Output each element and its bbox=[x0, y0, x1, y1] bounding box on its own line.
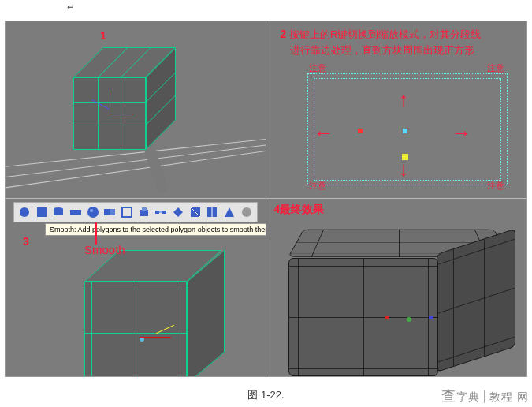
svg-rect-9 bbox=[122, 207, 132, 217]
svg-rect-4 bbox=[70, 210, 81, 215]
step-3-label: 3 bbox=[23, 235, 29, 248]
svg-rect-13 bbox=[162, 211, 166, 214]
pivot-gizmo[interactable] bbox=[140, 337, 143, 340]
svg-rect-1 bbox=[37, 207, 47, 217]
smooth-tooltip: Smooth: Add polygons to the selected pol… bbox=[45, 223, 266, 236]
arrow-left-icon: ← bbox=[314, 121, 334, 145]
tool-bridge-icon[interactable] bbox=[153, 204, 169, 220]
note-bl: 注意 bbox=[309, 180, 326, 192]
tool-poke-icon[interactable] bbox=[221, 204, 237, 220]
note-br: 注意 bbox=[487, 180, 504, 192]
tool-sculpt-icon[interactable] bbox=[239, 204, 255, 220]
tool-combine-icon[interactable] bbox=[102, 204, 117, 220]
step-1-label: 1 bbox=[100, 29, 106, 42]
svg-rect-8 bbox=[110, 209, 115, 215]
axis-y[interactable] bbox=[110, 90, 110, 114]
instruction-line1: 按键上的R键切换到缩放模式，对其分段线 bbox=[289, 28, 481, 40]
tool-split-icon[interactable] bbox=[188, 204, 203, 220]
watermark: 查查字典 教程 网字典 教程 网 bbox=[441, 386, 529, 405]
svg-point-5 bbox=[87, 207, 99, 218]
cube-face-front bbox=[84, 282, 187, 376]
svg-rect-10 bbox=[140, 210, 148, 216]
tool-plane-icon[interactable] bbox=[68, 204, 84, 220]
handle-red[interactable] bbox=[358, 129, 363, 133]
tool-extract-icon[interactable] bbox=[119, 204, 135, 220]
instruction-text: 2 按键上的R键切换到缩放模式，对其分段线 进行靠边处理，直到方块周围出现正方形 bbox=[281, 26, 519, 58]
tool-extrude-icon[interactable] bbox=[136, 204, 152, 220]
svg-point-0 bbox=[20, 207, 29, 217]
cube-presmooth[interactable] bbox=[84, 250, 242, 376]
floor-line bbox=[6, 147, 266, 192]
panel-1-viewport[interactable]: 1 bbox=[6, 21, 266, 199]
handle-center[interactable] bbox=[403, 129, 407, 133]
svg-rect-11 bbox=[142, 207, 147, 211]
panel-4-viewport[interactable]: 4最终效果 bbox=[266, 199, 527, 376]
cube-smoothed[interactable] bbox=[288, 215, 517, 376]
arrow-down-icon: ↓ bbox=[399, 157, 409, 181]
panel-3-viewport[interactable]: Smooth: Add polygons to the selected pol… bbox=[6, 199, 266, 376]
svg-rect-3 bbox=[54, 209, 63, 215]
tool-box-icon[interactable] bbox=[34, 204, 50, 220]
instruction-line2: 进行靠边处理，直到方块周围出现正方形 bbox=[281, 44, 474, 56]
note-tl: 注意 bbox=[309, 62, 326, 74]
svg-point-6 bbox=[90, 209, 93, 212]
svg-marker-15 bbox=[173, 207, 183, 217]
axis-x[interactable] bbox=[110, 114, 133, 114]
svg-rect-7 bbox=[104, 209, 110, 215]
step-2-label: 2 bbox=[281, 28, 287, 40]
svg-marker-20 bbox=[225, 207, 234, 217]
return-marker: ↵ bbox=[67, 2, 75, 13]
scale-gizmo[interactable] bbox=[110, 114, 113, 117]
arrow-right-icon: → bbox=[452, 121, 472, 145]
result-heading: 4最终效果 bbox=[274, 202, 325, 217]
panel-2-viewport[interactable]: 2 按键上的R键切换到缩放模式，对其分段线 进行靠边处理，直到方块周围出现正方形… bbox=[266, 21, 527, 199]
smooth-annotation-label: Smooth bbox=[84, 243, 125, 256]
svg-point-21 bbox=[242, 207, 251, 217]
smooth-face-front bbox=[288, 258, 438, 376]
tool-append-icon[interactable] bbox=[170, 204, 186, 220]
tool-cylinder-icon[interactable] bbox=[50, 204, 66, 220]
image-grid: 1 bbox=[5, 21, 527, 377]
pivot-gizmo[interactable] bbox=[407, 317, 410, 320]
tool-smooth-icon[interactable] bbox=[85, 204, 101, 220]
result-label: 最终效果 bbox=[280, 203, 324, 215]
svg-rect-12 bbox=[155, 211, 159, 214]
annotation-line bbox=[95, 222, 97, 245]
tool-sphere-icon[interactable] bbox=[17, 204, 32, 220]
svg-rect-14 bbox=[159, 211, 162, 213]
smooth-face-right bbox=[437, 229, 515, 372]
note-tr: 注意 bbox=[487, 62, 504, 74]
cube-object[interactable] bbox=[73, 47, 176, 150]
arrow-up-icon: ↑ bbox=[399, 88, 409, 112]
tool-insert-edge-icon[interactable] bbox=[204, 204, 220, 220]
polygons-shelf-toolbar[interactable] bbox=[13, 202, 258, 222]
